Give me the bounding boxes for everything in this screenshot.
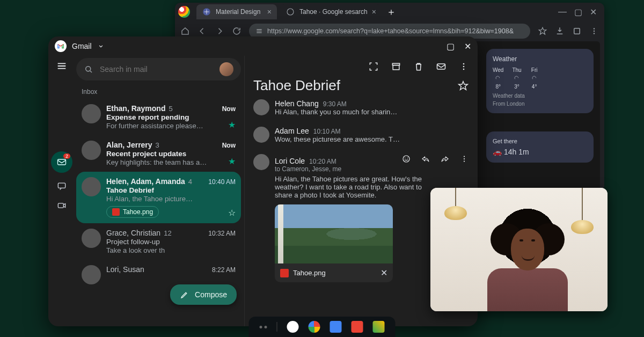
- browser-tab-tahoe[interactable]: Tahoe · Google sesarch ×: [280, 4, 382, 19]
- taskbar-chrome-icon[interactable]: [309, 321, 320, 333]
- reply-icon[interactable]: [421, 154, 430, 164]
- back-icon[interactable]: [197, 26, 207, 36]
- preview: Take a look over th: [106, 246, 236, 254]
- sender: Alan, Jerrery: [106, 141, 152, 149]
- thread-item[interactable]: Alan, Jerrery3Now Recent project updates…: [76, 135, 241, 172]
- image-file-icon: [280, 269, 289, 277]
- star-outline-icon[interactable]: ☆: [228, 208, 236, 218]
- star-icon[interactable]: ★: [228, 120, 236, 130]
- download-icon[interactable]: [555, 26, 565, 36]
- close-icon[interactable]: ✕: [464, 41, 471, 52]
- route-eta: 14h 1m: [504, 148, 529, 156]
- route-card[interactable]: Get there 🚗 14h 1m: [486, 131, 594, 163]
- avatar: [253, 154, 269, 170]
- browser-tab-material[interactable]: Material Design ×: [196, 4, 277, 19]
- weather-title: Weather: [493, 55, 587, 63]
- svg-point-17: [405, 158, 406, 159]
- preview: Hi Alan, the Tahoe picture…: [106, 195, 236, 203]
- video-pip[interactable]: [430, 188, 608, 311]
- close-icon[interactable]: ✕: [590, 7, 597, 17]
- overflow-icon[interactable]: [459, 154, 469, 164]
- reload-icon[interactable]: [232, 26, 241, 36]
- close-icon[interactable]: ✕: [380, 268, 387, 278]
- forward-icon[interactable]: [215, 26, 224, 36]
- avatar: [82, 141, 101, 160]
- overflow-icon[interactable]: [589, 26, 599, 36]
- message-collapsed[interactable]: Adam Lee10:10 AM Wow, these picturese ar…: [253, 121, 469, 149]
- rain-icon: [513, 74, 521, 83]
- thread-item-selected[interactable]: Helen, Adam, Amanda410:40 AM Tahoe Debri…: [76, 172, 241, 223]
- subject: Expense report pending: [106, 113, 236, 121]
- maximize-icon[interactable]: ▢: [447, 41, 455, 52]
- svg-point-16: [403, 156, 409, 162]
- lamp-icon: [444, 206, 467, 220]
- meet-icon[interactable]: [56, 200, 68, 211]
- archive-icon[interactable]: [391, 61, 401, 72]
- delete-icon[interactable]: [413, 61, 424, 72]
- unread-badge: 2: [63, 153, 70, 159]
- minimize-icon[interactable]: —: [558, 7, 567, 17]
- compose-label: Compose: [195, 290, 227, 299]
- mail-rail-button[interactable]: 2: [51, 151, 72, 173]
- star-outline-icon[interactable]: [457, 80, 469, 92]
- thread-count: 12: [164, 229, 171, 237]
- tab-title: Tahoe · Google sesarch: [299, 8, 368, 16]
- time: 10:32 AM: [208, 230, 236, 237]
- nav-rail: 2: [48, 56, 75, 326]
- sender: Lori, Susan: [106, 265, 144, 274]
- search-bar[interactable]: [76, 58, 241, 80]
- new-tab-button[interactable]: ＋: [385, 5, 398, 18]
- thread-item[interactable]: Grace, Christian1210:32 AM Project follo…: [76, 223, 241, 260]
- taskbar-docs-icon[interactable]: [330, 321, 342, 333]
- thread-count: 4: [188, 178, 192, 186]
- close-icon[interactable]: ×: [267, 8, 272, 16]
- taskbar-gmail-icon[interactable]: [287, 321, 299, 333]
- rain-icon: [494, 74, 502, 83]
- pencil-icon: [180, 290, 189, 299]
- search-icon: [84, 64, 93, 74]
- maximize-icon[interactable]: ▢: [574, 7, 582, 17]
- svg-point-18: [407, 158, 408, 159]
- forward-icon[interactable]: [440, 154, 450, 164]
- attachment-card[interactable]: Tahoe.png ✕: [275, 204, 393, 282]
- separator: [277, 322, 277, 332]
- extensions-icon[interactable]: [572, 26, 582, 36]
- tab-title: Material Design: [216, 8, 260, 16]
- weather-card[interactable]: Weather Wed8° Thu3° Fri4° Weather data F…: [486, 49, 594, 113]
- attachment-chip[interactable]: Tahoe.png: [106, 206, 159, 218]
- account-avatar[interactable]: [219, 62, 233, 76]
- overflow-icon[interactable]: [458, 61, 469, 72]
- msg-recipients[interactable]: to Cameron, Jesse, me: [275, 165, 469, 173]
- msg-time: 10:20 AM: [309, 158, 336, 165]
- weather-day: Fri: [531, 67, 538, 73]
- svg-point-21: [464, 160, 465, 162]
- subject: Recent project updates: [106, 150, 236, 158]
- sender: Helen, Adam, Amanda: [106, 177, 185, 186]
- msg-time: 9:30 AM: [323, 100, 347, 108]
- chevron-down-icon[interactable]: [97, 42, 105, 50]
- mark-unread-icon[interactable]: [436, 61, 447, 72]
- compose-button[interactable]: Compose: [170, 284, 237, 305]
- expand-icon[interactable]: [368, 61, 379, 72]
- preview: For further assistance please…: [106, 122, 236, 130]
- avatar: [82, 229, 101, 248]
- taskbar-drive-icon[interactable]: [373, 321, 385, 333]
- search-input[interactable]: [100, 65, 213, 74]
- weather-temp: 3°: [514, 84, 519, 90]
- chat-icon[interactable]: [56, 180, 68, 192]
- emoji-icon[interactable]: [401, 154, 411, 164]
- menu-icon[interactable]: [56, 60, 68, 72]
- avatar: [253, 127, 269, 143]
- thread-item[interactable]: Ethan, Raymond5Now Expense report pendin…: [76, 99, 241, 135]
- star-icon[interactable]: ★: [228, 156, 236, 166]
- reader-subject: Tahoe Debrief: [253, 77, 340, 94]
- subject: Project follow-up: [106, 238, 236, 246]
- app-drawer-icon[interactable]: [260, 326, 267, 328]
- close-icon[interactable]: ×: [372, 8, 376, 16]
- svg-rect-11: [393, 65, 399, 70]
- message-collapsed[interactable]: Helen Chang9:30 AM Hi Alan, thank you so…: [253, 94, 469, 121]
- star-icon[interactable]: [538, 26, 547, 36]
- home-icon[interactable]: [180, 26, 190, 36]
- msg-time: 10:10 AM: [313, 128, 341, 135]
- taskbar-youtube-icon[interactable]: [352, 321, 363, 333]
